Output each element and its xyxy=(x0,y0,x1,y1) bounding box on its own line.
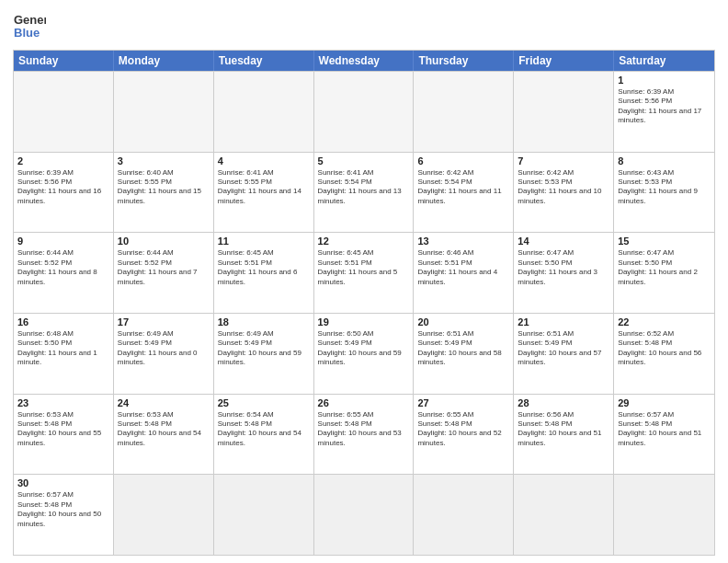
calendar-cell-r0-c4 xyxy=(414,72,514,152)
day-number: 14 xyxy=(518,236,609,247)
day-number: 19 xyxy=(318,316,410,327)
day-info: Sunrise: 6:44 AM Sunset: 5:52 PM Dayligh… xyxy=(17,248,109,287)
calendar-cell-r4-c2: 25Sunrise: 6:54 AM Sunset: 5:48 PM Dayli… xyxy=(214,395,314,475)
calendar-row-0: 1Sunrise: 6:39 AM Sunset: 5:56 PM Daylig… xyxy=(14,71,714,152)
calendar-cell-r2-c3: 12Sunrise: 6:45 AM Sunset: 5:51 PM Dayli… xyxy=(314,233,415,313)
day-info: Sunrise: 6:47 AM Sunset: 5:50 PM Dayligh… xyxy=(518,248,609,287)
calendar-cell-r4-c0: 23Sunrise: 6:53 AM Sunset: 5:48 PM Dayli… xyxy=(14,395,114,475)
calendar-cell-r2-c2: 11Sunrise: 6:45 AM Sunset: 5:51 PM Dayli… xyxy=(214,233,314,313)
day-info: Sunrise: 6:41 AM Sunset: 5:55 PM Dayligh… xyxy=(218,168,310,207)
day-info: Sunrise: 6:42 AM Sunset: 5:53 PM Dayligh… xyxy=(518,168,609,207)
day-number: 4 xyxy=(218,155,310,167)
calendar-cell-r4-c1: 24Sunrise: 6:53 AM Sunset: 5:48 PM Dayli… xyxy=(114,395,214,475)
day-info: Sunrise: 6:56 AM Sunset: 5:48 PM Dayligh… xyxy=(518,410,609,449)
calendar-cell-r5-c1 xyxy=(114,475,214,555)
day-number: 30 xyxy=(17,477,109,488)
day-info: Sunrise: 6:44 AM Sunset: 5:52 PM Dayligh… xyxy=(118,248,210,287)
day-info: Sunrise: 6:57 AM Sunset: 5:48 PM Dayligh… xyxy=(618,410,711,449)
calendar-cell-r5-c6 xyxy=(614,475,714,555)
calendar-cell-r4-c5: 28Sunrise: 6:56 AM Sunset: 5:48 PM Dayli… xyxy=(514,395,614,475)
weekday-header-friday: Friday xyxy=(514,51,614,71)
day-number: 5 xyxy=(318,155,410,167)
calendar-cell-r1-c6: 8Sunrise: 6:43 AM Sunset: 5:53 PM Daylig… xyxy=(614,153,714,233)
calendar-row-4: 23Sunrise: 6:53 AM Sunset: 5:48 PM Dayli… xyxy=(14,394,714,475)
day-info: Sunrise: 6:55 AM Sunset: 5:48 PM Dayligh… xyxy=(417,410,509,449)
day-info: Sunrise: 6:41 AM Sunset: 5:54 PM Dayligh… xyxy=(318,168,410,207)
calendar-row-1: 2Sunrise: 6:39 AM Sunset: 5:56 PM Daylig… xyxy=(14,152,714,233)
day-info: Sunrise: 6:53 AM Sunset: 5:48 PM Dayligh… xyxy=(17,410,109,449)
day-info: Sunrise: 6:42 AM Sunset: 5:54 PM Dayligh… xyxy=(417,168,509,207)
calendar-cell-r5-c3 xyxy=(314,475,415,555)
day-number: 26 xyxy=(318,397,410,408)
calendar-cell-r3-c3: 19Sunrise: 6:50 AM Sunset: 5:49 PM Dayli… xyxy=(314,314,415,394)
calendar-header: SundayMondayTuesdayWednesdayThursdayFrid… xyxy=(14,51,714,71)
calendar-row-3: 16Sunrise: 6:48 AM Sunset: 5:50 PM Dayli… xyxy=(14,313,714,394)
calendar-cell-r0-c6: 1Sunrise: 6:39 AM Sunset: 5:56 PM Daylig… xyxy=(614,72,714,152)
calendar-cell-r0-c1 xyxy=(114,72,214,152)
day-number: 20 xyxy=(417,316,509,327)
calendar-cell-r1-c3: 5Sunrise: 6:41 AM Sunset: 5:54 PM Daylig… xyxy=(314,153,415,233)
day-number: 22 xyxy=(618,316,711,327)
day-info: Sunrise: 6:48 AM Sunset: 5:50 PM Dayligh… xyxy=(17,329,109,368)
day-number: 8 xyxy=(618,155,711,167)
day-info: Sunrise: 6:51 AM Sunset: 5:49 PM Dayligh… xyxy=(518,329,609,368)
calendar-cell-r3-c5: 21Sunrise: 6:51 AM Sunset: 5:49 PM Dayli… xyxy=(514,314,614,394)
weekday-header-thursday: Thursday xyxy=(414,51,514,71)
day-number: 17 xyxy=(118,316,210,327)
calendar-cell-r5-c5 xyxy=(514,475,614,555)
calendar-cell-r4-c6: 29Sunrise: 6:57 AM Sunset: 5:48 PM Dayli… xyxy=(614,395,714,475)
day-info: Sunrise: 6:45 AM Sunset: 5:51 PM Dayligh… xyxy=(318,248,410,287)
day-number: 3 xyxy=(118,155,210,167)
calendar-cell-r3-c2: 18Sunrise: 6:49 AM Sunset: 5:49 PM Dayli… xyxy=(214,314,314,394)
calendar-cell-r0-c0 xyxy=(14,72,114,152)
day-info: Sunrise: 6:46 AM Sunset: 5:51 PM Dayligh… xyxy=(417,248,509,287)
weekday-header-saturday: Saturday xyxy=(614,51,714,71)
weekday-header-monday: Monday xyxy=(114,51,214,71)
page: General Blue SundayMondayTuesdayWednesda… xyxy=(0,0,728,563)
calendar-cell-r0-c5 xyxy=(514,72,614,152)
day-number: 12 xyxy=(318,236,410,247)
day-number: 21 xyxy=(518,316,609,327)
day-info: Sunrise: 6:49 AM Sunset: 5:49 PM Dayligh… xyxy=(218,329,310,368)
calendar-cell-r5-c4 xyxy=(414,475,514,555)
calendar-cell-r0-c3 xyxy=(314,72,415,152)
svg-text:General: General xyxy=(14,13,46,27)
day-number: 29 xyxy=(618,397,711,408)
day-number: 16 xyxy=(17,316,109,327)
calendar-cell-r1-c0: 2Sunrise: 6:39 AM Sunset: 5:56 PM Daylig… xyxy=(14,153,114,233)
day-number: 23 xyxy=(17,397,109,408)
day-number: 25 xyxy=(218,397,310,408)
day-number: 6 xyxy=(417,155,509,167)
day-number: 9 xyxy=(17,236,109,247)
weekday-header-sunday: Sunday xyxy=(14,51,114,71)
day-info: Sunrise: 6:50 AM Sunset: 5:49 PM Dayligh… xyxy=(318,329,410,368)
day-info: Sunrise: 6:45 AM Sunset: 5:51 PM Dayligh… xyxy=(218,248,310,287)
calendar-cell-r1-c1: 3Sunrise: 6:40 AM Sunset: 5:55 PM Daylig… xyxy=(114,153,214,233)
calendar-body: 1Sunrise: 6:39 AM Sunset: 5:56 PM Daylig… xyxy=(14,71,714,555)
day-number: 18 xyxy=(218,316,310,327)
calendar-cell-r3-c0: 16Sunrise: 6:48 AM Sunset: 5:50 PM Dayli… xyxy=(14,314,114,394)
calendar-cell-r3-c6: 22Sunrise: 6:52 AM Sunset: 5:48 PM Dayli… xyxy=(614,314,714,394)
day-info: Sunrise: 6:47 AM Sunset: 5:50 PM Dayligh… xyxy=(618,248,711,287)
day-info: Sunrise: 6:51 AM Sunset: 5:49 PM Dayligh… xyxy=(417,329,509,368)
day-info: Sunrise: 6:57 AM Sunset: 5:48 PM Dayligh… xyxy=(17,490,109,529)
calendar-cell-r3-c4: 20Sunrise: 6:51 AM Sunset: 5:49 PM Dayli… xyxy=(414,314,514,394)
day-number: 13 xyxy=(417,236,509,247)
calendar-cell-r4-c4: 27Sunrise: 6:55 AM Sunset: 5:48 PM Dayli… xyxy=(414,395,514,475)
day-info: Sunrise: 6:53 AM Sunset: 5:48 PM Dayligh… xyxy=(118,410,210,449)
calendar-cell-r5-c2 xyxy=(214,475,314,555)
day-number: 1 xyxy=(618,75,711,86)
day-number: 28 xyxy=(518,397,609,408)
logo-svg: General Blue xyxy=(13,9,46,42)
calendar-cell-r1-c4: 6Sunrise: 6:42 AM Sunset: 5:54 PM Daylig… xyxy=(414,153,514,233)
day-number: 10 xyxy=(118,236,210,247)
calendar-cell-r2-c4: 13Sunrise: 6:46 AM Sunset: 5:51 PM Dayli… xyxy=(414,233,514,313)
header: General Blue xyxy=(13,9,715,42)
svg-text:Blue: Blue xyxy=(14,26,40,40)
day-info: Sunrise: 6:52 AM Sunset: 5:48 PM Dayligh… xyxy=(618,329,711,368)
day-info: Sunrise: 6:49 AM Sunset: 5:49 PM Dayligh… xyxy=(118,329,210,368)
weekday-header-tuesday: Tuesday xyxy=(214,51,314,71)
calendar: SundayMondayTuesdayWednesdayThursdayFrid… xyxy=(13,50,715,556)
calendar-cell-r2-c6: 15Sunrise: 6:47 AM Sunset: 5:50 PM Dayli… xyxy=(614,233,714,313)
day-info: Sunrise: 6:54 AM Sunset: 5:48 PM Dayligh… xyxy=(218,410,310,449)
